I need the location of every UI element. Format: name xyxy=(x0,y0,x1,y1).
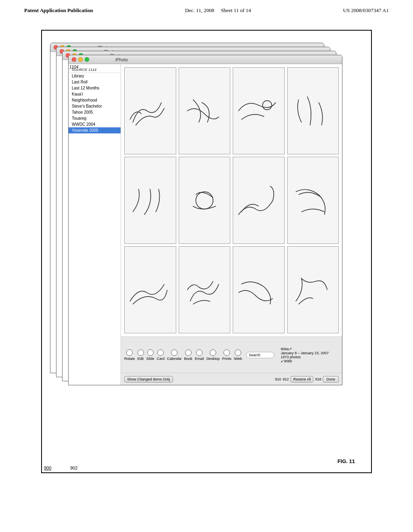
toolbar-email-group: Email xyxy=(195,349,204,361)
rotate-circle xyxy=(126,349,133,356)
restore-all-button[interactable]: Restore All xyxy=(290,376,314,382)
toolbar-iweb-group: iWeb xyxy=(234,349,242,361)
sidebar-item-touareg[interactable]: Touareg xyxy=(69,115,121,121)
ref-906a-label: 906a↗ xyxy=(281,347,329,351)
header-left: Patent Application Publication xyxy=(24,7,93,14)
prints-circle xyxy=(223,349,230,356)
photo-thumb-7[interactable] xyxy=(233,157,285,244)
done-button[interactable]: Done xyxy=(323,376,339,382)
calendar-circle xyxy=(171,349,177,356)
photo-count: 1973 photos xyxy=(281,355,329,359)
content-area: Rotate Edit Slide xyxy=(121,64,342,385)
photo-thumb-8[interactable] xyxy=(287,157,339,244)
photo-grid xyxy=(121,64,342,337)
header-date: Dec. 11, 2008 xyxy=(185,7,214,13)
maximize-icon-4[interactable] xyxy=(85,57,89,62)
info-panel: 906a↗ January 9 – January 23, 2007 1973 … xyxy=(281,347,329,363)
toolbar-desktop-group: Desktop xyxy=(206,349,220,361)
toolbar-rotate-group: Rotate xyxy=(124,349,135,361)
edit-label: Edit xyxy=(138,357,144,361)
photo-thumb-12[interactable] xyxy=(287,246,339,333)
photo-thumb-2[interactable] xyxy=(179,67,231,154)
sidebar-item-yosemite[interactable]: Yosemite 2005 xyxy=(69,127,121,133)
email-label: Email xyxy=(195,357,204,361)
ref-906b-label: ↙906b xyxy=(281,359,329,363)
svg-point-0 xyxy=(263,100,272,110)
main-content: 900 iPhoto iPhoto xyxy=(0,18,413,473)
ref-902: 902 xyxy=(70,466,77,470)
toolbar-slide-group: Slide xyxy=(146,349,154,361)
toolbar-card-group: Card xyxy=(157,349,165,361)
iweb-label: iWeb xyxy=(234,357,242,361)
card-label: Card xyxy=(157,357,165,361)
minimize-icon-4[interactable] xyxy=(78,57,83,62)
outer-frame: 900 iPhoto iPhoto xyxy=(41,30,372,473)
sidebar-item-last-12-months[interactable]: Last 12 Months xyxy=(69,85,121,91)
toolbar-prints-group: Prints xyxy=(222,349,232,361)
book-circle xyxy=(185,349,192,356)
ref-900: 900 xyxy=(44,466,51,470)
slide-circle xyxy=(147,349,154,356)
photo-thumb-4[interactable] xyxy=(287,67,339,154)
photo-thumb-11[interactable] xyxy=(233,246,285,333)
photo-thumb-9[interactable] xyxy=(124,246,176,333)
desktop-label: Desktop xyxy=(206,357,220,361)
ref-1114-inline: 1114 xyxy=(88,68,96,72)
figure-label: FIG. 11 xyxy=(338,458,355,464)
email-circle xyxy=(196,349,202,356)
photo-thumb-3[interactable] xyxy=(233,67,285,154)
search-input[interactable]: Search xyxy=(246,352,274,358)
header-center: Dec. 11, 2008 Sheet 11 of 14 xyxy=(185,7,251,14)
photo-thumb-10[interactable] xyxy=(179,246,231,333)
desktop-circle xyxy=(210,349,216,356)
header-right: US 2008/0307347 A1 xyxy=(343,7,389,14)
window-body: Source 1114 Library Last Roll Last 12 Mo… xyxy=(69,64,342,385)
iphoto-window-4[interactable]: 1104 iPhoto Source 1114 Library Last Rol… xyxy=(68,55,342,385)
search-group: Search xyxy=(246,352,274,358)
svg-point-1 xyxy=(196,192,213,209)
sidebar-item-wwdc[interactable]: WWDC 2004 xyxy=(69,121,121,127)
toolbar-calendar-group: Calendar xyxy=(167,349,182,361)
toolbar: Rotate Edit Slide xyxy=(121,337,342,373)
window-title-4: iPhoto xyxy=(115,57,128,62)
show-changed-button[interactable]: Show Changed Items Only xyxy=(124,376,173,382)
ref-910-label: 910 xyxy=(275,377,281,381)
patent-header: Patent Application Publication Dec. 11, … xyxy=(0,0,413,18)
sidebar-item-last-roll[interactable]: Last Roll xyxy=(69,79,121,85)
photo-thumb-5[interactable] xyxy=(124,157,176,244)
restore-done-group: 910 912 Restore All 918 Done xyxy=(275,376,339,382)
sidebar: Source 1114 Library Last Roll Last 12 Mo… xyxy=(69,64,121,385)
sidebar-item-steves-bachelor[interactable]: Steve's Bachelor xyxy=(69,103,121,109)
card-circle xyxy=(157,349,164,356)
sidebar-item-neighborhood[interactable]: Neighborhood xyxy=(69,97,121,103)
bottom-controls: Show Changed Items Only 910 912 Restore … xyxy=(121,373,342,385)
edit-circle xyxy=(138,349,144,356)
ref-918-label: 918 xyxy=(315,377,321,381)
iweb-circle xyxy=(235,349,241,356)
close-icon-4[interactable] xyxy=(72,57,76,62)
rotate-label: Rotate xyxy=(124,357,135,361)
calendar-label: Calendar xyxy=(167,357,182,361)
toolbar-book-group: Book xyxy=(184,349,193,361)
book-label: Book xyxy=(184,357,193,361)
photo-thumb-1[interactable] xyxy=(124,67,176,154)
sidebar-item-kauai[interactable]: Kaua'i xyxy=(69,91,121,97)
prints-label: Prints xyxy=(222,357,232,361)
header-sheet: Sheet 11 of 14 xyxy=(221,7,251,13)
titlebar-4: iPhoto xyxy=(69,55,342,64)
ref-912-label: 912 xyxy=(283,377,289,381)
ref-1104: 1104 xyxy=(69,65,78,69)
slide-label: Slide xyxy=(146,357,154,361)
date-range: January 9 – January 23, 2007 xyxy=(281,351,329,355)
sidebar-item-tahoe[interactable]: Tahoe 2005 xyxy=(69,109,121,115)
photo-thumb-6[interactable] xyxy=(179,157,231,244)
sidebar-item-library[interactable]: Library xyxy=(69,73,121,79)
toolbar-edit-group: Edit xyxy=(138,349,144,361)
